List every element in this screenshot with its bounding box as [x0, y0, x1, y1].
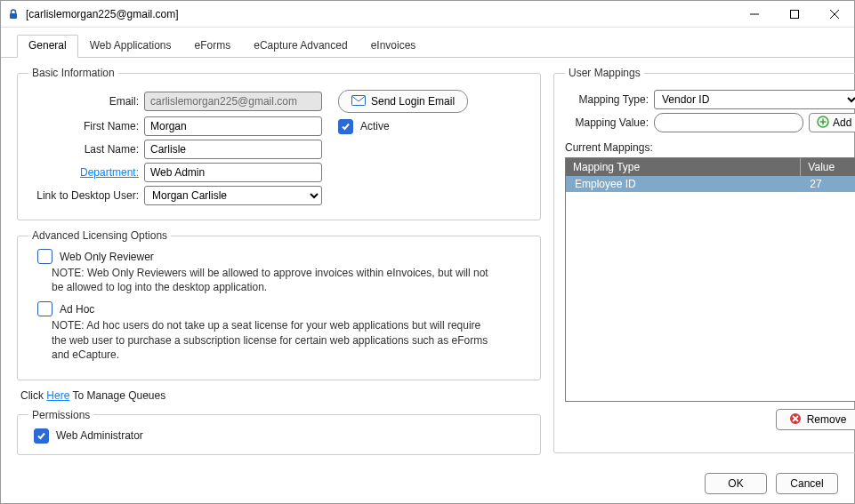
checkbox-icon — [34, 428, 49, 444]
header-mapping-type[interactable]: Mapping Type — [566, 158, 801, 176]
tab-ecapture-advanced[interactable]: eCapture Advanced — [242, 35, 359, 57]
cell-mapping-type: Employee ID — [566, 176, 801, 192]
checkbox-icon — [338, 119, 353, 134]
ok-button[interactable]: OK — [705, 473, 767, 494]
titlebar: [carlislemorgan225@gmail.com] — [1, 1, 854, 28]
mapping-value-field[interactable] — [654, 113, 803, 132]
mapping-type-label: Mapping Type: — [565, 93, 654, 106]
svg-rect-0 — [10, 13, 17, 19]
remove-mapping-label: Remove — [807, 413, 847, 426]
web-administrator-label: Web Administrator — [56, 429, 143, 442]
desktop-user-select[interactable]: Morgan Carlisle — [144, 186, 322, 205]
web-administrator-checkbox[interactable]: Web Administrator — [34, 428, 529, 444]
dialog-footer: OK Cancel — [705, 473, 838, 494]
mapping-value-label: Mapping Value: — [565, 116, 654, 129]
mappings-table: Mapping Type Value Employee ID 27 — [565, 157, 855, 402]
header-value[interactable]: Value — [801, 158, 855, 176]
send-login-email-button[interactable]: Send Login Email — [338, 90, 468, 113]
licensing-legend: Advanced Licensing Options — [28, 229, 171, 242]
checkbox-icon — [37, 249, 52, 264]
add-mapping-button[interactable]: Add — [809, 113, 855, 132]
basic-information-legend: Basic Information — [28, 67, 118, 79]
window-controls — [734, 1, 854, 27]
tab-general[interactable]: General — [17, 35, 78, 58]
web-only-reviewer-label: Web Only Reviewer — [60, 251, 154, 263]
department-label: Department: — [28, 166, 144, 179]
checkbox-icon — [37, 301, 52, 316]
tab-eforms[interactable]: eForms — [183, 35, 243, 57]
delete-icon — [789, 412, 802, 428]
user-mappings-group: User Mappings Mapping Type: Vendor ID Ma… — [553, 67, 855, 453]
svg-line-3 — [830, 10, 839, 19]
manage-queues-link[interactable]: Here — [46, 389, 69, 402]
first-name-label: First Name: — [28, 120, 144, 132]
tab-einvoices[interactable]: eInvoices — [359, 35, 428, 57]
minimize-button[interactable] — [734, 1, 774, 28]
email-field[interactable] — [144, 92, 322, 111]
web-only-note: NOTE: Web Only Reviewers will be allowed… — [52, 266, 496, 294]
remove-mapping-button[interactable]: Remove — [776, 409, 855, 430]
permissions-legend: Permissions — [28, 409, 93, 421]
svg-line-4 — [830, 10, 839, 19]
department-field[interactable] — [144, 163, 322, 182]
tab-bar: General Web Applications eForms eCapture… — [1, 28, 854, 58]
manage-queues-text: Click Here To Manage Queues — [20, 389, 541, 402]
cell-value: 27 — [801, 176, 855, 192]
last-name-field[interactable] — [144, 140, 322, 159]
send-login-email-label: Send Login Email — [371, 95, 455, 108]
tab-web-applications[interactable]: Web Applications — [78, 35, 183, 57]
user-mappings-legend: User Mappings — [565, 67, 644, 79]
svg-rect-2 — [790, 11, 798, 19]
left-column: Basic Information Email: Send Login Emai… — [17, 67, 541, 464]
current-mappings-label: Current Mappings: — [565, 141, 855, 154]
lock-icon — [6, 7, 20, 21]
maximize-button[interactable] — [774, 1, 814, 28]
active-checkbox[interactable]: Active — [338, 119, 390, 134]
add-mapping-label: Add — [833, 116, 851, 129]
cancel-button[interactable]: Cancel — [776, 473, 838, 494]
email-label: Email: — [28, 95, 144, 108]
mail-icon — [351, 95, 366, 108]
web-only-reviewer-checkbox[interactable]: Web Only Reviewer — [37, 249, 529, 264]
mappings-table-header: Mapping Type Value — [566, 158, 855, 176]
permissions-group: Permissions Web Administrator — [17, 409, 541, 455]
basic-information-group: Basic Information Email: Send Login Emai… — [17, 67, 541, 220]
close-button[interactable] — [814, 1, 854, 28]
mapping-type-select[interactable]: Vendor ID — [654, 90, 855, 109]
content-area: Basic Information Email: Send Login Emai… — [1, 58, 854, 464]
right-column: User Mappings Mapping Type: Vendor ID Ma… — [553, 67, 838, 464]
first-name-field[interactable] — [144, 116, 322, 136]
last-name-label: Last Name: — [28, 143, 144, 156]
svg-rect-5 — [352, 95, 366, 105]
window-title: [carlislemorgan225@gmail.com] — [26, 8, 734, 20]
add-icon — [817, 116, 829, 131]
ad-hoc-label: Ad Hoc — [60, 303, 94, 316]
department-link[interactable]: Department: — [80, 166, 139, 179]
desktop-user-label: Link to Desktop User: — [28, 189, 144, 202]
ad-hoc-note: NOTE: Ad hoc users do not take up a seat… — [52, 318, 496, 362]
active-label: Active — [360, 120, 390, 132]
licensing-group: Advanced Licensing Options Web Only Revi… — [17, 229, 541, 380]
ad-hoc-checkbox[interactable]: Ad Hoc — [37, 301, 529, 316]
table-row[interactable]: Employee ID 27 — [566, 176, 855, 192]
dialog-window: [carlislemorgan225@gmail.com] General We… — [0, 0, 855, 504]
